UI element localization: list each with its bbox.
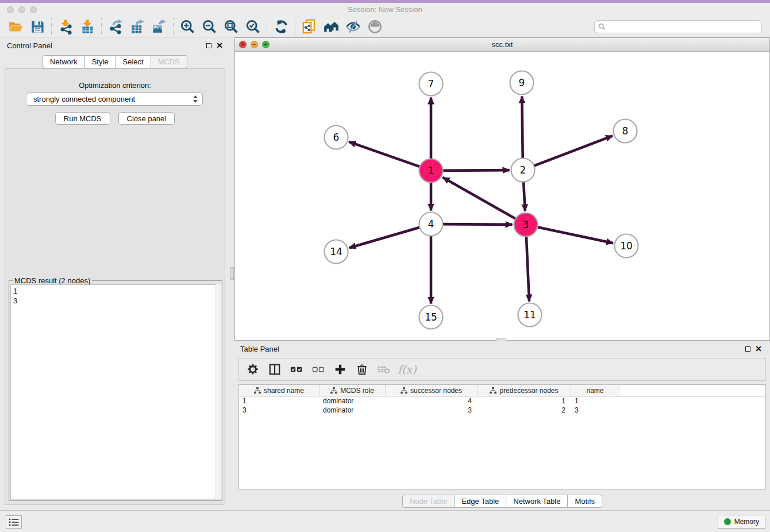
gear-icon <box>247 363 259 376</box>
network-graph[interactable]: 1234678910111415 <box>235 52 769 340</box>
export-network-button[interactable] <box>105 17 126 36</box>
delete-table-button[interactable] <box>376 361 392 377</box>
splitter-handle[interactable] <box>230 267 234 280</box>
vertical-splitter[interactable] <box>230 37 234 510</box>
export-image-icon <box>152 19 167 34</box>
graph-node-8[interactable]: 8 <box>614 119 637 143</box>
cell-shared-name[interactable]: 1 <box>239 396 319 406</box>
cell-name[interactable]: 1 <box>571 396 619 406</box>
cell-MCDS-role[interactable]: dominator <box>319 406 386 415</box>
zoom-out-button[interactable] <box>198 17 220 36</box>
eye-slash-icon <box>345 19 361 34</box>
table-settings-button[interactable] <box>245 361 261 377</box>
edge-2-9[interactable] <box>522 96 522 158</box>
column-header-predecessor-nodes[interactable]: predecessor nodes <box>478 385 571 396</box>
svg-text:11: 11 <box>523 309 536 321</box>
column-header-MCDS-role[interactable]: MCDS role <box>319 385 386 396</box>
unselect-all-button[interactable] <box>310 361 326 377</box>
show-style-button[interactable] <box>342 17 364 36</box>
graph-node-7[interactable]: 7 <box>419 72 443 96</box>
cell-predecessor-nodes[interactable]: 2 <box>478 406 571 415</box>
column-header-name[interactable]: name <box>571 385 619 396</box>
edge-2-8[interactable] <box>534 136 613 165</box>
cell-MCDS-role[interactable]: dominator <box>319 396 386 406</box>
column-header-shared-name[interactable]: shared name <box>239 385 319 396</box>
node-table[interactable]: shared name MCDS role successor nodes pr… <box>238 384 766 489</box>
home-view-button[interactable] <box>320 17 342 36</box>
result-scrollbar[interactable] <box>215 284 221 499</box>
export-table-button[interactable] <box>126 17 148 36</box>
edge-1-6[interactable] <box>349 142 419 167</box>
save-session-button[interactable] <box>26 17 48 36</box>
task-history-button[interactable] <box>6 515 22 529</box>
export-image-button[interactable] <box>148 17 170 36</box>
graph-node-15[interactable]: 15 <box>419 306 443 329</box>
import-network-button[interactable] <box>55 17 76 36</box>
table-row[interactable]: 1dominator411 <box>239 396 765 406</box>
edge-3-11[interactable] <box>526 236 529 301</box>
cell-successor-nodes[interactable]: 3 <box>386 406 478 415</box>
tab-motifs[interactable]: Motifs <box>568 495 602 508</box>
apply-style-button[interactable] <box>270 17 292 36</box>
edge-3-1[interactable] <box>442 178 515 219</box>
cell-predecessor-nodes[interactable]: 1 <box>478 396 571 406</box>
create-column-button[interactable] <box>332 361 348 377</box>
clone-network-button[interactable] <box>298 17 320 36</box>
close-panel-icon[interactable]: ✕ <box>216 43 223 48</box>
tab-edge-table[interactable]: Edge Table <box>455 495 506 508</box>
edge-1-2[interactable] <box>442 170 509 171</box>
table-header-row: shared name MCDS role successor nodes pr… <box>239 385 765 396</box>
close-table-panel-icon[interactable]: ✕ <box>755 346 762 352</box>
select-all-button[interactable] <box>288 361 305 377</box>
graph-node-1[interactable]: 1 <box>419 159 443 183</box>
float-panel-icon[interactable] <box>206 43 211 48</box>
search-field[interactable] <box>594 20 762 33</box>
graph-node-10[interactable]: 10 <box>615 234 638 258</box>
cell-name[interactable]: 3 <box>571 406 619 415</box>
graph-node-11[interactable]: 11 <box>518 303 542 327</box>
tab-mcds[interactable]: MCDS <box>151 55 187 68</box>
table-body: 1dominator4113dominator323 <box>239 396 765 415</box>
graph-node-9[interactable]: 9 <box>510 71 534 95</box>
column-header-successor-nodes[interactable]: successor nodes <box>386 385 478 396</box>
graph-node-14[interactable]: 14 <box>325 240 348 264</box>
delete-column-button[interactable] <box>354 361 370 377</box>
tab-network-table[interactable]: Network Table <box>506 495 568 508</box>
mcds-result-list[interactable]: 1 3 <box>10 284 221 499</box>
graph-node-3[interactable]: 3 <box>514 213 538 237</box>
cell-shared-name[interactable]: 3 <box>239 406 319 415</box>
table-row[interactable]: 3dominator323 <box>239 406 765 415</box>
cell-successor-nodes[interactable]: 4 <box>386 396 478 406</box>
open-session-button[interactable] <box>5 17 26 36</box>
show-columns-button[interactable] <box>267 361 283 377</box>
close-panel-button[interactable]: Close panel <box>118 112 175 125</box>
hide-panel-button[interactable] <box>364 17 386 36</box>
tab-style[interactable]: Style <box>85 55 116 68</box>
network-window-title: scc.txt <box>235 40 769 49</box>
edge-4-3[interactable] <box>442 224 512 225</box>
graph-node-6[interactable]: 6 <box>325 126 348 149</box>
float-table-panel-icon[interactable] <box>745 346 750 352</box>
search-input[interactable] <box>608 22 758 30</box>
zoom-fit-button[interactable] <box>220 17 242 36</box>
graph-node-4[interactable]: 4 <box>419 213 443 236</box>
network-canvas[interactable]: 1234678910111415 <box>235 52 769 340</box>
edge-3-10[interactable] <box>537 227 613 243</box>
zoom-selected-button[interactable] <box>242 17 264 36</box>
edge-2-3[interactable] <box>523 182 525 211</box>
toolbar-separator <box>295 18 295 35</box>
network-window-titlebar[interactable]: × − + scc.txt <box>235 38 769 52</box>
edge-4-14[interactable] <box>349 228 420 248</box>
function-builder-button[interactable]: f(x) <box>398 361 417 377</box>
import-table-button[interactable] <box>76 17 98 36</box>
window-titlebar: Session: New Session <box>0 3 770 16</box>
criterion-dropdown[interactable]: strongly connected component <box>26 92 203 106</box>
memory-button[interactable]: Memory <box>718 515 765 529</box>
tab-network[interactable]: Network <box>43 55 85 68</box>
tab-node-table[interactable]: Node Table <box>402 495 455 508</box>
zoom-in-button[interactable] <box>176 17 198 36</box>
run-mcds-button[interactable]: Run MCDS <box>55 112 110 125</box>
tab-select[interactable]: Select <box>116 55 151 68</box>
graph-node-2[interactable]: 2 <box>511 159 535 182</box>
open-folder-icon <box>8 19 24 34</box>
